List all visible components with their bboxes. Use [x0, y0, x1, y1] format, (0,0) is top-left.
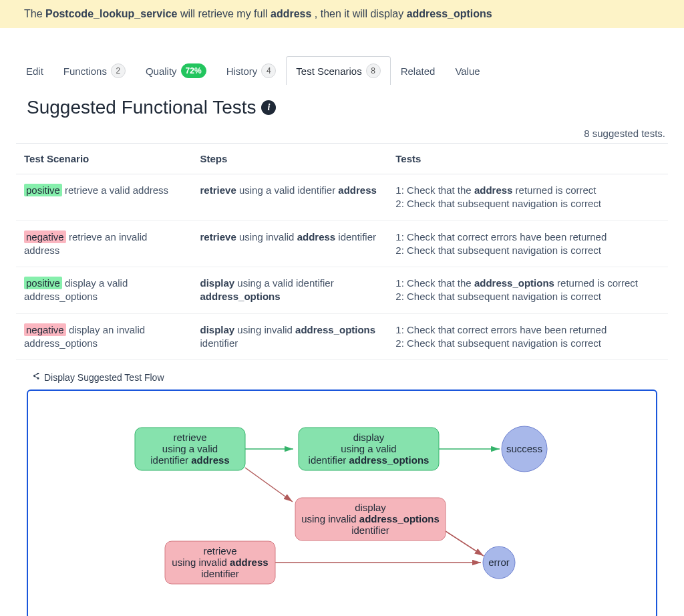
negative-tag: negative: [24, 323, 66, 336]
tab-related[interactable]: Related: [391, 58, 446, 84]
svg-text:using a valid: using a valid: [341, 443, 396, 454]
svg-text:error: error: [488, 557, 510, 568]
svg-text:identifier address: identifier address: [150, 454, 229, 466]
tab-badge: 4: [261, 63, 276, 78]
svg-text:retrieve: retrieve: [203, 545, 236, 557]
svg-text:using invalid address_options: using invalid address_options: [301, 513, 440, 524]
section-title: Suggested Functional Tests i: [27, 97, 668, 118]
tab-edit[interactable]: Edit: [16, 58, 53, 84]
svg-text:using a valid: using a valid: [162, 443, 218, 454]
svg-text:display: display: [355, 502, 386, 513]
col-header-tests: Tests: [387, 144, 668, 174]
tab-quality[interactable]: Quality72%: [136, 56, 216, 85]
tab-history[interactable]: History4: [216, 56, 287, 85]
banner-service: Postcode_lookup_service: [45, 8, 177, 19]
spec-banner: The Postcode_lookup_service will retriev…: [0, 0, 684, 28]
svg-text:retrieve: retrieve: [173, 432, 206, 443]
positive-tag: positive: [24, 277, 62, 289]
tab-test-scenarios[interactable]: Test Scenarios8: [286, 56, 390, 85]
svg-text:identifier address_options: identifier address_options: [309, 454, 430, 466]
banner-text: The: [24, 8, 45, 19]
share-icon: [32, 372, 40, 383]
summary-count: 8 suggested tests.: [16, 121, 668, 143]
tab-badge: 72%: [181, 63, 206, 78]
svg-text:identifier: identifier: [201, 568, 239, 579]
info-icon[interactable]: i: [261, 100, 276, 115]
tests-table: Test Scenario Steps Tests positive retri…: [16, 143, 668, 360]
svg-text:identifier: identifier: [351, 524, 389, 536]
tab-bar: EditFunctions2Quality72%History4Test Sce…: [16, 56, 668, 85]
display-flow-link[interactable]: Display Suggested Test Flow: [16, 360, 668, 390]
tab-badge: 8: [366, 63, 381, 78]
svg-text:using invalid address: using invalid address: [172, 557, 268, 568]
table-row: positive retrieve a valid addressretriev…: [16, 174, 668, 221]
negative-tag: negative: [24, 230, 66, 243]
table-row: negative retrieve an invalid addressretr…: [16, 220, 668, 267]
svg-text:display: display: [353, 432, 385, 443]
col-header-steps: Steps: [192, 144, 388, 174]
test-flow-diagram: retrieveusing a valididentifier addressd…: [27, 390, 657, 616]
col-header-scenario: Test Scenario: [16, 144, 192, 174]
tab-functions[interactable]: Functions2: [53, 56, 136, 85]
positive-tag: positive: [24, 184, 62, 196]
tab-value[interactable]: Value: [445, 58, 490, 84]
table-row: negative display an invalid address_opti…: [16, 313, 668, 360]
table-row: positive display a valid address_options…: [16, 267, 668, 314]
tab-badge: 2: [111, 63, 126, 78]
display-flow-label: Display Suggested Test Flow: [44, 372, 164, 383]
svg-text:success: success: [506, 443, 542, 454]
